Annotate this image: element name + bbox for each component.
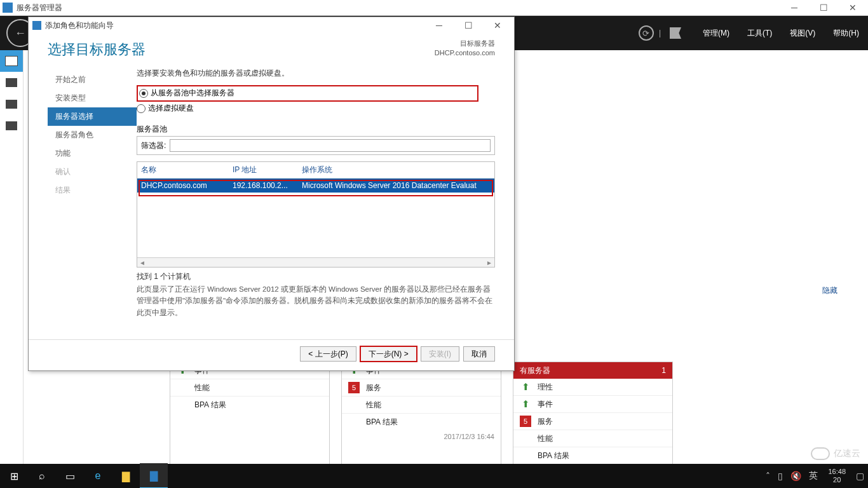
radio-off-icon — [137, 104, 146, 113]
main-titlebar: 服务器管理器 ─ ☐ ✕ — [0, 0, 868, 16]
rail-all[interactable] — [0, 93, 23, 115]
rail-dashboard[interactable] — [0, 50, 23, 72]
radio-server-pool[interactable]: 从服务器池中选择服务器 — [139, 86, 476, 100]
main-title: 服务器管理器 — [17, 3, 785, 13]
col-os[interactable]: 操作系统 — [302, 165, 491, 175]
radio-vhd[interactable]: 选择虚拟硬盘 — [137, 102, 495, 115]
menu-view[interactable]: 视图(V) — [790, 28, 815, 39]
alert-badge: 5 — [348, 382, 360, 393]
refresh-icon[interactable]: ⟳ — [639, 25, 654, 41]
server-table: 名称 IP 地址 操作系统 DHCP.contoso.com 192.168.1… — [137, 161, 495, 268]
taskbar: ⊞ ⌕ ▭ e ▇ ▇ ˄ ▯ 🔇 英 16:48 20 ▢ — [0, 464, 868, 488]
dashboard-tiles: ⬆事件 性能 BPA 结果 ⬆事件 5服务 性能 BPA 结果 2017/12/… — [170, 362, 673, 477]
up-arrow-icon: ⬆ — [520, 398, 531, 410]
tile-all-servers[interactable]: 有服务器1 ⬆理性 ⬆事件 5服务 性能 BPA 结果 2017/12/3 16… — [513, 362, 673, 477]
clock[interactable]: 16:48 20 — [822, 468, 852, 484]
rail-role[interactable] — [0, 115, 23, 137]
network-icon[interactable]: ▯ — [778, 471, 783, 481]
wizard-maximize[interactable]: ☐ — [459, 20, 477, 30]
nav-before[interactable]: 开始之前 — [48, 71, 137, 89]
nav-confirm: 确认 — [48, 163, 137, 181]
server-manager-task-icon[interactable]: ▇ — [140, 463, 168, 488]
start-button[interactable]: ⊞ — [0, 464, 28, 488]
hide-link[interactable]: 隐藏 — [822, 285, 837, 296]
install-button: 安装(I) — [421, 346, 459, 362]
destination-server: 目标服务器 DHCP.contoso.com — [435, 39, 495, 58]
tile-perf: 性能 — [194, 383, 210, 393]
tile-timestamp — [170, 413, 329, 426]
prev-button[interactable]: < 上一步(P) — [300, 346, 356, 362]
task-view-button[interactable]: ▭ — [56, 464, 84, 488]
left-rail — [0, 50, 24, 464]
wizard-minimize[interactable]: ─ — [430, 20, 448, 30]
minimize-button[interactable]: ─ — [785, 3, 803, 13]
wizard-nav: 开始之前 安装类型 服务器选择 服务器角色 功能 确认 结果 — [48, 67, 137, 339]
tile-services[interactable]: ⬆事件 5服务 性能 BPA 结果 2017/12/3 16:44 — [341, 362, 501, 477]
wizard-heading: 选择目标服务器 — [48, 40, 435, 59]
found-count: 找到 1 个计算机 — [137, 271, 495, 282]
ime-indicator[interactable]: 英 — [809, 470, 818, 482]
instruction-text: 选择要安装角色和功能的服务器或虚拟硬盘。 — [137, 68, 495, 79]
radio-on-icon — [139, 89, 148, 98]
next-button[interactable]: 下一步(N) > — [360, 346, 417, 362]
wizard-close[interactable]: ✕ — [489, 20, 506, 30]
description-text: 此页显示了正在运行 Windows Server 2012 或更新版本的 Win… — [137, 283, 495, 318]
col-ip[interactable]: IP 地址 — [233, 165, 299, 175]
action-center-icon[interactable]: ▢ — [856, 471, 864, 481]
nav-features[interactable]: 功能 — [48, 144, 137, 163]
up-arrow-icon: ⬆ — [520, 381, 531, 393]
tile-bpa: BPA 结果 — [194, 400, 226, 410]
tile-timestamp: 2017/12/3 16:44 — [342, 430, 501, 443]
col-name[interactable]: 名称 — [141, 165, 230, 175]
rail-local[interactable] — [0, 72, 23, 93]
cloud-icon — [811, 447, 830, 460]
wizard-titlebar: 添加角色和功能向导 ─ ☐ ✕ — [29, 17, 514, 34]
watermark: 亿速云 — [811, 447, 860, 460]
tray-up-icon[interactable]: ˄ — [766, 471, 770, 481]
h-scrollbar[interactable]: ◄► — [137, 257, 494, 267]
filter-input[interactable] — [170, 139, 491, 152]
wizard-icon — [32, 21, 41, 30]
tile-header: 有服务器 — [520, 365, 550, 376]
ie-icon[interactable]: e — [84, 464, 112, 488]
app-icon — [3, 3, 13, 13]
wizard-dialog: 添加角色和功能向导 ─ ☐ ✕ 选择目标服务器 目标服务器 DHCP.conto… — [28, 17, 515, 371]
explorer-icon[interactable]: ▇ — [112, 464, 140, 488]
maximize-button[interactable]: ☐ — [815, 3, 832, 13]
pool-label: 服务器池 — [137, 124, 495, 135]
sound-icon[interactable]: 🔇 — [790, 471, 801, 481]
tile-count: 1 — [661, 366, 666, 375]
tile-local[interactable]: ⬆事件 性能 BPA 结果 — [170, 362, 330, 477]
wizard-title: 添加角色和功能向导 — [45, 20, 430, 31]
separator: | — [659, 29, 661, 37]
close-button[interactable]: ✕ — [844, 3, 862, 13]
menu-manage[interactable]: 管理(M) — [703, 28, 729, 39]
alert-badge: 5 — [520, 416, 531, 427]
nav-results: 结果 — [48, 181, 137, 200]
nav-server-select[interactable]: 服务器选择 — [48, 107, 137, 126]
search-button[interactable]: ⌕ — [28, 464, 56, 488]
menu-tools[interactable]: 工具(T) — [747, 28, 772, 39]
cancel-button[interactable]: 取消 — [463, 346, 495, 362]
menu-help[interactable]: 帮助(H) — [833, 28, 859, 39]
table-row[interactable]: DHCP.contoso.com 192.168.100.2... Micros… — [137, 179, 494, 193]
nav-roles[interactable]: 服务器角色 — [48, 126, 137, 144]
notifications-icon[interactable] — [670, 27, 681, 39]
nav-type[interactable]: 安装类型 — [48, 89, 137, 107]
filter-label: 筛选器: — [141, 140, 166, 151]
